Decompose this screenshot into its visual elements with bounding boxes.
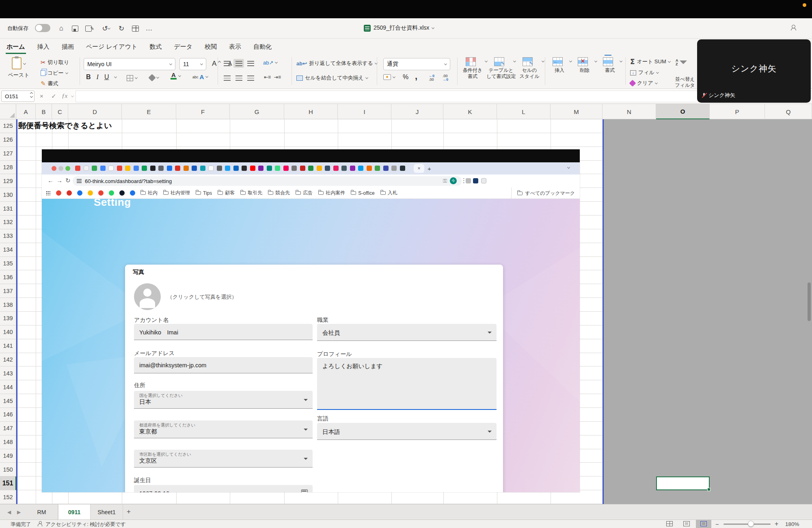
sheet-tab-RM[interactable]: RM — [26, 504, 58, 520]
insert-cells-button[interactable]: ← 挿入 — [547, 57, 572, 73]
pinned-tab-favicon[interactable] — [358, 166, 363, 171]
align-left-button[interactable] — [222, 73, 232, 82]
font-size-select[interactable]: 11 — [179, 58, 206, 70]
row-header-134[interactable]: 134 — [0, 243, 16, 257]
row-header-136[interactable]: 136 — [0, 270, 16, 284]
pinned-tab-favicon[interactable] — [258, 166, 263, 171]
pinned-tab-favicon[interactable] — [250, 166, 255, 171]
photo-upload-avatar[interactable] — [134, 283, 161, 310]
ribbon-tab-挿入[interactable]: 挿入 — [37, 41, 50, 54]
row-header-144[interactable]: 144 — [0, 380, 16, 394]
pinned-tab-favicon[interactable] — [325, 166, 330, 171]
paste-button[interactable]: ペースト — [6, 57, 32, 79]
bookmark-folder-Tips[interactable]: Tips — [196, 190, 212, 196]
prev-sheet-arrow[interactable]: ◀ — [7, 509, 11, 515]
column-header-B[interactable]: B — [36, 104, 52, 119]
zoom-slider-knob[interactable] — [748, 521, 754, 527]
pinned-tab-favicon[interactable] — [208, 166, 214, 171]
column-header-M[interactable]: M — [551, 104, 603, 119]
row-header-130[interactable]: 130 — [0, 188, 16, 202]
comma-button[interactable]: , — [415, 71, 417, 82]
row-header-133[interactable]: 133 — [0, 229, 16, 243]
pinned-tab-favicon[interactable] — [242, 166, 247, 171]
decrease-indent-button[interactable]: ⇤≡ — [264, 74, 271, 80]
traffic-light-zoom[interactable] — [65, 166, 70, 171]
bookmark-folder-社内[interactable]: 社内 — [140, 190, 158, 196]
password-key-icon[interactable]: ⚿ — [443, 178, 447, 184]
italic-button[interactable]: I — [97, 73, 99, 81]
pinned-tab-favicon[interactable] — [158, 166, 164, 171]
pinned-tab-favicon[interactable] — [391, 166, 397, 171]
confirm-entry-button[interactable]: ✓ — [51, 93, 56, 100]
column-header-N[interactable]: N — [603, 104, 656, 119]
column-header-L[interactable]: L — [497, 104, 551, 119]
copy-button[interactable]: コピー — [41, 69, 68, 77]
pinned-tab-favicon[interactable] — [317, 166, 322, 171]
delete-cells-button[interactable]: ✕ 削除 — [572, 57, 597, 73]
bookmark-folder-社内管理[interactable]: 社内管理 — [163, 190, 190, 196]
profile-avatar[interactable]: 今 — [450, 177, 457, 184]
save-as-button[interactable]: ✎ — [84, 23, 96, 34]
row-header-126[interactable]: 126 — [0, 133, 16, 147]
ribbon-tab-数式[interactable]: 数式 — [149, 41, 162, 54]
select-all-corner[interactable] — [0, 104, 16, 119]
pinned-tab-favicon[interactable] — [283, 166, 289, 171]
calendar-icon[interactable] — [301, 489, 308, 492]
pinned-tab-favicon[interactable] — [175, 166, 180, 171]
name-box[interactable]: O151 — [1, 91, 35, 102]
pinned-tab-favicon[interactable] — [75, 166, 80, 171]
align-top-button[interactable] — [222, 59, 232, 68]
bookmark-favicon[interactable] — [109, 190, 114, 196]
zoom-in-button[interactable]: + — [775, 520, 778, 528]
row-header-141[interactable]: 141 — [0, 339, 16, 353]
sheet-tab-Sheet1[interactable]: Sheet1 — [91, 504, 123, 520]
row-header-138[interactable]: 138 — [0, 298, 16, 312]
accessibility-status[interactable]: アクセシビリティ: 検討が必要です — [45, 521, 126, 528]
embedded-screenshot-image[interactable]: × + ← → ↻ 60-think.com/dashboard/?tab=se… — [42, 149, 580, 492]
page-layout-view-button[interactable] — [679, 520, 694, 528]
row-header-131[interactable]: 131 — [0, 202, 16, 216]
phonetic-button[interactable]: abcA — [192, 73, 208, 80]
cell-styles-button[interactable]: ✎ セルのスタイル — [515, 57, 544, 80]
number-format-select[interactable]: 通貨 — [383, 58, 450, 70]
column-header-Q[interactable]: Q — [765, 104, 812, 119]
add-sheet-button[interactable]: + — [127, 508, 131, 516]
ribbon-tab-自動化[interactable]: 自動化 — [253, 41, 272, 54]
column-header-O[interactable]: O — [656, 104, 710, 119]
column-header-C[interactable]: C — [52, 104, 68, 119]
bookmark-favicon[interactable] — [119, 190, 125, 196]
selected-cell-O151[interactable] — [656, 476, 710, 490]
row-header-143[interactable]: 143 — [0, 366, 16, 380]
font-color-button[interactable]: A — [171, 73, 181, 80]
autosave-toggle[interactable] — [35, 24, 50, 32]
cut-button[interactable]: ✂切り取り — [41, 59, 69, 66]
email-input[interactable]: imai@thinksystem-jp.com — [134, 357, 313, 373]
page-break-view-button[interactable] — [696, 520, 711, 528]
row-header-152[interactable]: 152 — [0, 490, 16, 504]
normal-view-button[interactable] — [662, 520, 677, 528]
pinned-tab-favicon[interactable] — [233, 166, 239, 171]
row-header-139[interactable]: 139 — [0, 312, 16, 325]
home-button[interactable]: ⌂ — [56, 23, 67, 34]
pinned-tab-favicon[interactable] — [142, 166, 147, 171]
row-header-140[interactable]: 140 — [0, 325, 16, 339]
accounting-format-button[interactable] — [383, 74, 395, 80]
extension-icon-2[interactable] — [473, 178, 478, 183]
pinned-tab-favicon[interactable] — [292, 166, 297, 171]
forward-button[interactable]: → — [56, 177, 63, 184]
pinned-tab-favicon[interactable] — [192, 166, 197, 171]
column-header-K[interactable]: K — [443, 104, 497, 119]
pinned-tab-favicon[interactable] — [125, 166, 130, 171]
row-header-137[interactable]: 137 — [0, 284, 16, 298]
bookmark-folder-社内案件[interactable]: 社内案件 — [318, 190, 345, 196]
row-header-129[interactable]: 129 — [0, 174, 16, 188]
increase-indent-button[interactable]: ⇥≡ — [274, 74, 281, 80]
autosum-button[interactable]: Σオート SUM — [630, 58, 670, 66]
pinned-tab-favicon[interactable] — [275, 166, 280, 171]
borders-button[interactable] — [127, 75, 137, 81]
pinned-tab-favicon[interactable] — [367, 166, 372, 171]
column-header-J[interactable]: J — [391, 104, 443, 119]
address-bar[interactable]: 60-think.com/dashboard/?tab=setting — [73, 176, 462, 186]
row-header-147[interactable]: 147 — [0, 422, 16, 435]
ribbon-tab-校閲[interactable]: 校閲 — [204, 41, 218, 54]
